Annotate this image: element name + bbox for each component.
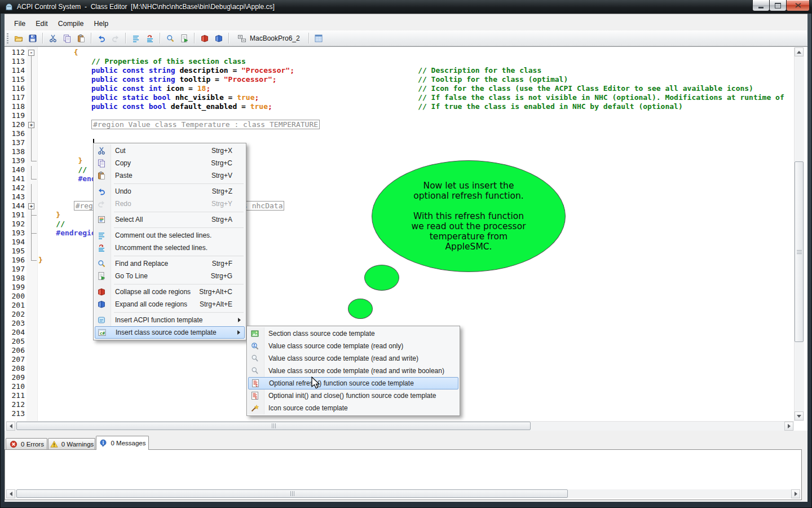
fold-expand-box[interactable]: + (28, 203, 34, 209)
tab-0-errors[interactable]: 0 Errors (6, 438, 47, 450)
code-line[interactable]: } (38, 211, 60, 220)
menu-item-collapse-all-code-regions[interactable]: Collapse all code regionsStrg+Alt+C (95, 286, 245, 298)
menu-item-label: Icon source code template (268, 404, 348, 412)
toolbar-icon-editor-button[interactable] (312, 32, 326, 45)
bubble-text-line (411, 201, 526, 211)
menu-item-undo[interactable]: UndoStrg+Z (95, 185, 245, 198)
scroll-left-button[interactable] (6, 489, 15, 498)
menubar-item-compile[interactable]: Compile (53, 18, 89, 29)
toolbar-redo-button[interactable] (108, 32, 122, 45)
fold-connector (31, 166, 32, 179)
menu-item-section-class-source-code-template[interactable]: Section class source code template (248, 327, 458, 340)
toolbar-goto-line-button[interactable] (177, 32, 191, 45)
line-number: 138 (6, 147, 25, 156)
maximize-button[interactable] (769, 0, 787, 11)
horizontal-scrollbar-thumb[interactable] (16, 422, 531, 430)
toolbar-copy-button[interactable] (60, 32, 74, 45)
menu-item-copy[interactable]: CopyStrg+C (95, 157, 245, 169)
minimize-button[interactable] (752, 0, 770, 11)
menubar-item-edit[interactable]: Edit (30, 18, 53, 29)
toolbar-save-button[interactable] (25, 32, 39, 45)
scroll-left-button[interactable] (6, 422, 15, 431)
arrow-left-icon (10, 424, 12, 428)
menu-item-uncomment-the-selected-lines[interactable]: Uncomment the selected lines. (95, 242, 245, 254)
close-button[interactable] (786, 0, 810, 11)
scroll-right-button[interactable] (784, 422, 793, 431)
menu-item-go-to-line[interactable]: Go To LineStrg+G (95, 270, 245, 282)
menu-item-find-and-replace[interactable]: Find and ReplaceStrg+F (95, 257, 245, 270)
menu-item-label: Optional refresh() function source code … (269, 379, 414, 387)
line-number: 112 (6, 48, 25, 57)
code-line[interactable]: public const int icon = 18; // Icon for … (38, 84, 753, 93)
code-line[interactable]: // (38, 165, 87, 174)
toolbar-expand-regions-button[interactable] (211, 32, 226, 45)
menu-item-optional-init-and-close-function-source-code-template[interactable]: cOptional init() and close() function so… (248, 389, 458, 402)
editor-vertical-scrollbar[interactable] (794, 47, 804, 421)
goto-line-icon (180, 34, 189, 43)
scroll-down-button[interactable] (795, 411, 804, 421)
code-line[interactable]: #region Value class Temperature : class … (38, 120, 320, 129)
menu-item-redo[interactable]: RedoStrg+Y (95, 198, 245, 210)
code-line[interactable]: // (38, 220, 65, 229)
fold-connector (31, 209, 32, 260)
code-line[interactable]: public static bool nhc_visible = true; /… (38, 93, 784, 102)
line-number: 137 (6, 138, 25, 147)
toolbar-collapse-regions-button[interactable] (197, 32, 211, 45)
fold-expand-box[interactable]: + (28, 122, 34, 128)
toolbar-paste-button[interactable] (74, 32, 88, 45)
toolbar-open-button[interactable] (11, 32, 25, 45)
titlebar[interactable]: ACPI Control System - Class Editor [M:\N… (0, 0, 812, 14)
context-menu: CutStrg+XCopyStrg+CPasteStrg+VUndoStrg+Z… (93, 143, 246, 340)
toolbar-undo-button[interactable] (94, 32, 108, 45)
icon-grid-icon (314, 34, 323, 43)
code-line[interactable]: #endregion (38, 229, 100, 238)
menu-item-value-class-source-code-template-read-only[interactable]: Value class source code template (read o… (248, 340, 458, 352)
code-line[interactable]: { (38, 48, 78, 57)
menu-item-comment-out-the-selected-lines[interactable]: Comment out the selected lines. (95, 229, 245, 242)
menu-item-shortcut: Strg+Alt+E (200, 300, 232, 308)
scroll-up-button[interactable] (795, 47, 804, 56)
scroll-right-button[interactable] (791, 489, 800, 498)
horizontal-scrollbar-thumb[interactable] (16, 489, 568, 498)
menu-item-label: Insert class source code template (116, 329, 217, 336)
code-line[interactable]: } (38, 156, 82, 165)
menu-item-cut[interactable]: CutStrg+X (95, 144, 245, 157)
menu-item-optional-refresh-function-source-code-template[interactable]: cOptional refresh() function source code… (248, 377, 458, 389)
line-number: 195 (6, 247, 25, 256)
code-line[interactable]: // Properties of this section class (38, 57, 246, 66)
line-number: 207 (6, 355, 25, 364)
menubar-item-file[interactable]: File (9, 18, 30, 29)
menu-item-label: Expand all code regions (115, 300, 187, 308)
code-line[interactable]: public const string tooltip = "Processor… (38, 75, 568, 84)
menu-item-value-class-source-code-template-read-and-write-boolean[interactable]: Value class source code template (read a… (248, 365, 458, 377)
tab-0-messages[interactable]: 0 Messages (96, 436, 149, 450)
toolbar-comment-lines-button[interactable] (129, 32, 143, 45)
menubar-item-help[interactable]: Help (89, 18, 114, 29)
messages-scrollbar[interactable] (6, 489, 800, 498)
toolbar-cut-button[interactable] (46, 32, 60, 45)
menu-item-expand-all-code-regions[interactable]: Expand all code regionsStrg+Alt+E (95, 298, 245, 310)
line-number: 206 (6, 346, 25, 355)
vertical-scrollbar-thumb[interactable] (795, 161, 804, 342)
menu-item-value-class-source-code-template-read-and-write[interactable]: Value class source code template (read a… (248, 352, 458, 365)
app-window: ACPI Control System - Class Editor [M:\N… (0, 0, 812, 508)
editor-horizontal-scrollbar[interactable] (6, 421, 794, 431)
save-icon (28, 34, 37, 43)
menu-item-paste[interactable]: PasteStrg+V (95, 169, 245, 182)
code-line[interactable]: } (38, 256, 43, 265)
menu-item-select-all[interactable]: Select AllStrg+A (95, 213, 245, 226)
toolbar-device-selector[interactable]: MacBookPro6_2 (232, 34, 306, 43)
toolbar-uncomment-lines-button[interactable] (143, 32, 157, 45)
menu-item-icon-source-code-template[interactable]: Icon source code template (248, 402, 458, 414)
line-number: 196 (6, 256, 25, 265)
toolbar-find-button[interactable] (163, 32, 177, 45)
code-line[interactable]: public const bool default_enabled = true… (38, 102, 683, 111)
arrow-left-icon (10, 492, 12, 496)
line-number: 204 (6, 328, 25, 337)
redo-icon (97, 199, 106, 208)
menu-item-insert-class-source-code-template[interactable]: c#Insert class source code template (95, 326, 245, 339)
code-line[interactable]: public const string description = "Proce… (38, 66, 541, 75)
tab-0-warnings[interactable]: 0 Warnings (48, 438, 95, 450)
fold-collapse-box[interactable]: - (28, 50, 34, 56)
menu-item-insert-acpi-function-template[interactable]: Insert ACPI function template (95, 314, 245, 326)
